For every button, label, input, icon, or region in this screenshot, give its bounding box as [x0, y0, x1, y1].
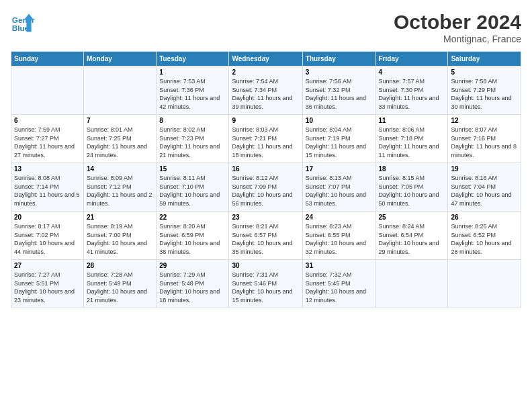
calendar-cell: 10Sunrise: 8:04 AM Sunset: 7:19 PM Dayli… [302, 115, 375, 163]
calendar-cell: 12Sunrise: 8:07 AM Sunset: 7:16 PM Dayli… [448, 115, 521, 163]
day-info: Sunrise: 7:27 AM Sunset: 5:51 PM Dayligh… [14, 271, 81, 304]
day-info: Sunrise: 7:53 AM Sunset: 7:36 PM Dayligh… [159, 77, 226, 111]
day-info: Sunrise: 8:11 AM Sunset: 7:10 PM Dayligh… [159, 174, 226, 208]
day-info: Sunrise: 7:31 AM Sunset: 5:46 PM Dayligh… [232, 271, 299, 304]
calendar-cell: 8Sunrise: 8:02 AM Sunset: 7:23 PM Daylig… [157, 115, 229, 163]
calendar-cell [11, 66, 84, 115]
calendar-cell: 23Sunrise: 8:21 AM Sunset: 6:57 PM Dayli… [229, 212, 302, 260]
calendar-cell: 25Sunrise: 8:24 AM Sunset: 6:54 PM Dayli… [375, 212, 448, 260]
calendar-cell: 9Sunrise: 8:03 AM Sunset: 7:21 PM Daylig… [229, 115, 302, 163]
day-number: 4 [379, 68, 445, 76]
day-info: Sunrise: 8:07 AM Sunset: 7:16 PM Dayligh… [451, 126, 518, 159]
calendar-header-row: SundayMondayTuesdayWednesdayThursdayFrid… [11, 52, 521, 66]
day-number: 10 [306, 117, 373, 124]
calendar-week-row: 27Sunrise: 7:27 AM Sunset: 5:51 PM Dayli… [11, 260, 521, 308]
day-info: Sunrise: 8:15 AM Sunset: 7:05 PM Dayligh… [379, 174, 445, 208]
calendar-cell: 3Sunrise: 7:56 AM Sunset: 7:32 PM Daylig… [302, 66, 375, 115]
logo: General Blue [11, 11, 35, 35]
calendar-cell: 16Sunrise: 8:12 AM Sunset: 7:09 PM Dayli… [229, 163, 302, 212]
day-info: Sunrise: 7:28 AM Sunset: 5:49 PM Dayligh… [87, 271, 153, 304]
calendar-cell: 5Sunrise: 7:58 AM Sunset: 7:29 PM Daylig… [448, 66, 521, 115]
day-info: Sunrise: 7:59 AM Sunset: 7:27 PM Dayligh… [14, 126, 81, 159]
calendar-cell: 27Sunrise: 7:27 AM Sunset: 5:51 PM Dayli… [11, 260, 84, 308]
day-number: 25 [379, 214, 445, 221]
day-info: Sunrise: 8:25 AM Sunset: 6:52 PM Dayligh… [451, 222, 518, 256]
day-number: 7 [87, 117, 153, 124]
calendar-cell: 28Sunrise: 7:28 AM Sunset: 5:49 PM Dayli… [84, 260, 157, 308]
calendar-cell: 19Sunrise: 8:16 AM Sunset: 7:04 PM Dayli… [448, 163, 521, 212]
calendar-week-row: 20Sunrise: 8:17 AM Sunset: 7:02 PM Dayli… [11, 212, 521, 260]
calendar-cell: 4Sunrise: 7:57 AM Sunset: 7:30 PM Daylig… [375, 66, 448, 115]
day-number: 17 [306, 165, 373, 173]
calendar-cell: 17Sunrise: 8:13 AM Sunset: 7:07 PM Dayli… [302, 163, 375, 212]
day-number: 22 [159, 214, 226, 221]
day-info: Sunrise: 8:06 AM Sunset: 7:18 PM Dayligh… [379, 126, 445, 159]
day-number: 29 [159, 262, 226, 269]
calendar-cell: 31Sunrise: 7:32 AM Sunset: 5:45 PM Dayli… [302, 260, 375, 308]
col-header-friday: Friday [375, 52, 448, 66]
calendar-week-row: 13Sunrise: 8:08 AM Sunset: 7:14 PM Dayli… [11, 163, 521, 212]
day-info: Sunrise: 7:32 AM Sunset: 5:45 PM Dayligh… [306, 271, 373, 304]
calendar-cell: 2Sunrise: 7:54 AM Sunset: 7:34 PM Daylig… [229, 66, 302, 115]
calendar-cell: 7Sunrise: 8:01 AM Sunset: 7:25 PM Daylig… [84, 115, 157, 163]
day-number: 13 [14, 165, 81, 173]
day-info: Sunrise: 8:08 AM Sunset: 7:14 PM Dayligh… [14, 174, 81, 208]
day-number: 11 [379, 117, 445, 124]
day-number: 8 [159, 117, 226, 124]
day-number: 23 [232, 214, 299, 221]
col-header-sunday: Sunday [11, 52, 84, 66]
day-number: 21 [87, 214, 153, 221]
day-info: Sunrise: 8:21 AM Sunset: 6:57 PM Dayligh… [232, 222, 299, 256]
calendar-cell: 1Sunrise: 7:53 AM Sunset: 7:36 PM Daylig… [157, 66, 229, 115]
col-header-monday: Monday [84, 52, 157, 66]
day-info: Sunrise: 8:24 AM Sunset: 6:54 PM Dayligh… [379, 222, 445, 256]
calendar-week-row: 1Sunrise: 7:53 AM Sunset: 7:36 PM Daylig… [11, 66, 521, 115]
day-info: Sunrise: 8:02 AM Sunset: 7:23 PM Dayligh… [159, 126, 226, 159]
day-info: Sunrise: 8:12 AM Sunset: 7:09 PM Dayligh… [232, 174, 299, 208]
day-number: 30 [232, 262, 299, 269]
calendar-cell [375, 260, 448, 308]
day-number: 16 [232, 165, 299, 173]
location-subtitle: Montignac, France [394, 34, 521, 44]
day-number: 18 [379, 165, 445, 173]
day-info: Sunrise: 8:23 AM Sunset: 6:55 PM Dayligh… [306, 222, 373, 256]
day-info: Sunrise: 8:16 AM Sunset: 7:04 PM Dayligh… [451, 174, 518, 208]
day-info: Sunrise: 8:03 AM Sunset: 7:21 PM Dayligh… [232, 126, 299, 159]
day-number: 28 [87, 262, 153, 269]
calendar-cell: 18Sunrise: 8:15 AM Sunset: 7:05 PM Dayli… [375, 163, 448, 212]
col-header-thursday: Thursday [302, 52, 375, 66]
calendar-cell: 13Sunrise: 8:08 AM Sunset: 7:14 PM Dayli… [11, 163, 84, 212]
day-info: Sunrise: 8:09 AM Sunset: 7:12 PM Dayligh… [87, 174, 153, 208]
month-title: October 2024 [394, 11, 521, 34]
day-info: Sunrise: 7:56 AM Sunset: 7:32 PM Dayligh… [306, 77, 373, 111]
calendar-cell: 20Sunrise: 8:17 AM Sunset: 7:02 PM Dayli… [11, 212, 84, 260]
day-number: 3 [306, 68, 373, 76]
calendar-cell: 21Sunrise: 8:19 AM Sunset: 7:00 PM Dayli… [84, 212, 157, 260]
col-header-wednesday: Wednesday [229, 52, 302, 66]
day-number: 2 [232, 68, 299, 76]
calendar-cell: 29Sunrise: 7:29 AM Sunset: 5:48 PM Dayli… [157, 260, 229, 308]
day-info: Sunrise: 8:01 AM Sunset: 7:25 PM Dayligh… [87, 126, 153, 159]
day-number: 1 [159, 68, 226, 76]
calendar-cell: 30Sunrise: 7:31 AM Sunset: 5:46 PM Dayli… [229, 260, 302, 308]
col-header-tuesday: Tuesday [157, 52, 229, 66]
day-number: 9 [232, 117, 299, 124]
day-info: Sunrise: 8:13 AM Sunset: 7:07 PM Dayligh… [306, 174, 373, 208]
calendar-cell [448, 260, 521, 308]
calendar-cell: 11Sunrise: 8:06 AM Sunset: 7:18 PM Dayli… [375, 115, 448, 163]
calendar-cell: 24Sunrise: 8:23 AM Sunset: 6:55 PM Dayli… [302, 212, 375, 260]
title-block: October 2024 Montignac, France [394, 11, 521, 44]
day-number: 5 [451, 68, 518, 76]
day-number: 14 [87, 165, 153, 173]
calendar-cell: 14Sunrise: 8:09 AM Sunset: 7:12 PM Dayli… [84, 163, 157, 212]
day-info: Sunrise: 7:58 AM Sunset: 7:29 PM Dayligh… [451, 77, 518, 111]
day-info: Sunrise: 7:29 AM Sunset: 5:48 PM Dayligh… [159, 271, 226, 304]
day-number: 24 [306, 214, 373, 221]
day-info: Sunrise: 7:57 AM Sunset: 7:30 PM Dayligh… [379, 77, 445, 111]
calendar-cell [84, 66, 157, 115]
day-number: 20 [14, 214, 81, 221]
day-info: Sunrise: 8:04 AM Sunset: 7:19 PM Dayligh… [306, 126, 373, 159]
col-header-saturday: Saturday [448, 52, 521, 66]
logo-icon: General Blue [11, 11, 35, 35]
day-number: 31 [306, 262, 373, 269]
